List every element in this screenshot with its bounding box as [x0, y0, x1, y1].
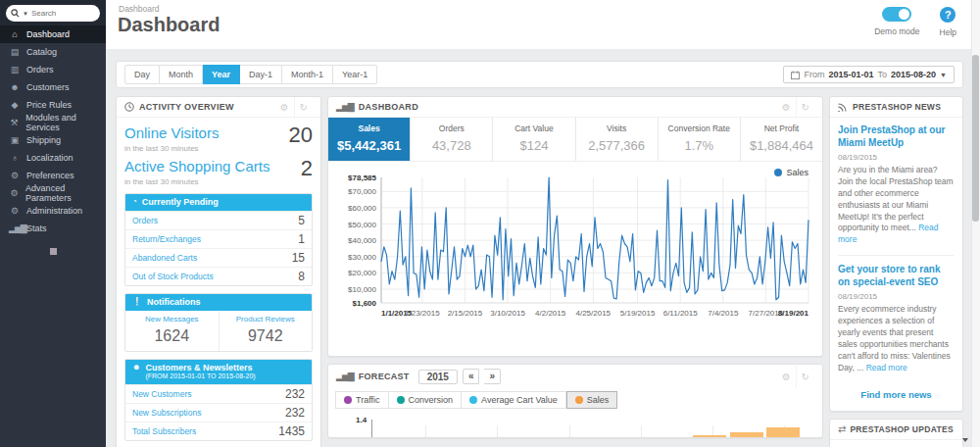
out-of-stock-value: 8 — [298, 270, 305, 283]
svg-text:$30,000: $30,000 — [348, 253, 376, 262]
legend-label: Sales — [786, 168, 808, 177]
legend-dot-icon — [774, 169, 782, 176]
new-customers-link[interactable]: New Customers — [132, 389, 191, 399]
article-title-link[interactable]: Get your store to rank on special-event … — [838, 264, 955, 288]
forecast-bar — [766, 427, 800, 438]
scroll-down-arrow-icon[interactable] — [962, 438, 968, 442]
sidebar-item-preferences[interactable]: ⚙Preferences — [0, 167, 106, 184]
active-carts-link[interactable]: Active Shopping Carts — [124, 158, 270, 174]
new-messages-cell[interactable]: New Messages 1624 — [125, 311, 219, 351]
new-messages-value: 1624 — [125, 327, 219, 345]
svg-text:$40,000: $40,000 — [348, 236, 376, 245]
sidebar-item-label: Preferences — [26, 171, 74, 180]
sidebar-item-dashboard[interactable]: ⌂Dashboard — [0, 25, 106, 43]
range-button-year-1[interactable]: Year-1 — [333, 65, 377, 84]
product-reviews-cell[interactable]: Product Reviews 9742 — [219, 311, 313, 351]
range-button-year[interactable]: Year — [203, 65, 240, 84]
help-icon[interactable]: ? — [940, 7, 956, 23]
sidebar-item-localization[interactable]: ♁Localization — [0, 149, 106, 167]
range-button-month-1[interactable]: Month-1 — [282, 65, 333, 84]
sidebar-item-shipping[interactable]: ▣Shipping — [0, 131, 106, 149]
person-icon: ☻ — [132, 363, 140, 372]
forecast-legend-sales[interactable]: Sales — [566, 391, 618, 409]
scrollbar-thumb[interactable] — [972, 55, 979, 222]
forecast-next-button[interactable]: » — [484, 369, 501, 384]
article-title-link[interactable]: Join PrestaShop at our Miami MeetUp — [838, 124, 955, 149]
forecast-prev-button[interactable]: « — [463, 369, 480, 384]
out-of-stock-link[interactable]: Out of Stock Products — [132, 272, 214, 281]
settings-gear-icon[interactable]: ⚙ — [777, 97, 796, 118]
kpi-value: 43,728 — [411, 138, 492, 153]
sidebar-item-administration[interactable]: ⚙Administration — [0, 202, 106, 220]
range-button-month[interactable]: Month — [160, 65, 203, 84]
kpi-row: Sales $5,442,361 Orders 43,728 Cart Valu… — [328, 118, 822, 162]
online-visitors-sub: in the last 30 minutes — [124, 144, 313, 153]
kpi-conversion-rate[interactable]: Conversion Rate 1.7% — [659, 118, 741, 161]
sidebar-item-modules[interactable]: ⚒Modules and Services — [0, 114, 106, 131]
read-more-link[interactable]: Read more — [866, 363, 907, 372]
kpi-visits[interactable]: Visits 2,577,366 — [576, 118, 659, 161]
forecast-y-tick: 1.4 — [356, 416, 367, 424]
bar-chart-icon: ▂▅▇ — [9, 224, 20, 233]
kpi-sales[interactable]: Sales $5,442,361 — [328, 118, 411, 161]
sidebar-item-orders[interactable]: ▥Orders — [0, 61, 106, 78]
new-subscriptions-link[interactable]: New Subscriptions — [132, 408, 201, 418]
kpi-orders[interactable]: Orders 43,728 — [411, 118, 493, 161]
page-scrollbar[interactable] — [971, 0, 980, 447]
search-box[interactable]: ▼ — [6, 5, 100, 22]
refresh-icon[interactable]: ↻ — [796, 367, 814, 387]
refresh-icon[interactable]: ↻ — [796, 97, 814, 118]
bar-chart-icon: ▂▅▇ — [336, 372, 354, 381]
sidebar-item-label: Price Rules — [26, 100, 72, 110]
forecast-year-button[interactable]: 2015 — [418, 370, 458, 384]
new-messages-label: New Messages — [125, 315, 219, 323]
refresh-icon[interactable]: ↻ — [294, 97, 313, 118]
legend-label: Sales — [587, 395, 610, 405]
pending-row-out-of-stock: Out of Stock Products 8 — [125, 267, 312, 285]
kpi-cart-value[interactable]: Cart Value $124 — [493, 118, 575, 161]
cogs-icon: ⚙ — [9, 188, 19, 198]
sidebar-item-advanced-parameters[interactable]: ⚙Advanced Parameters — [0, 184, 106, 202]
legend-dot-icon — [469, 396, 477, 404]
kpi-label: Cart Value — [493, 124, 574, 133]
panel-title: DASHBOARD — [359, 102, 418, 112]
forecast-legend-conversion[interactable]: Conversion — [389, 391, 463, 409]
sidebar-item-catalog[interactable]: ▤Catalog — [0, 43, 106, 61]
range-button-day-1[interactable]: Day-1 — [240, 65, 282, 84]
pending-returns-link[interactable]: Return/Exchanges — [132, 234, 201, 244]
chart-legend[interactable]: Sales — [774, 168, 808, 177]
settings-gear-icon[interactable]: ⚙ — [275, 97, 294, 118]
sidebar-item-stats[interactable]: ▂▅▇Stats — [0, 220, 106, 237]
clock-icon — [124, 102, 134, 112]
wrench-icon: ⚙ — [9, 171, 20, 180]
find-more-news-link[interactable]: Find more news — [838, 383, 955, 404]
sidebar-item-price-rules[interactable]: ◆Price Rules — [0, 96, 106, 114]
online-visitors-link[interactable]: Online Visitors — [124, 124, 219, 141]
date-range-picker[interactable]: From 2015-01-01 To 2015-08-20 ▼ — [783, 66, 955, 83]
forecast-legend-average-cart-value[interactable]: Average Cart Value — [462, 391, 566, 409]
forecast-gridline — [497, 425, 498, 438]
total-subscribers-link[interactable]: Total Subscribers — [132, 426, 196, 436]
article-body: Are you in the Miami area? Join the loca… — [838, 165, 955, 246]
calendar-icon — [791, 71, 800, 79]
breadcrumb[interactable]: Dashboard — [119, 4, 160, 14]
sidebar-item-customers[interactable]: ☻Customers — [0, 78, 106, 96]
search-scope-caret-icon[interactable]: ▼ — [23, 11, 28, 17]
search-input[interactable] — [31, 9, 95, 18]
kpi-net-profit[interactable]: Net Profit $1,884,464 — [741, 118, 822, 161]
forecast-legend-traffic[interactable]: Traffic — [335, 391, 389, 409]
range-button-day[interactable]: Day — [124, 65, 160, 84]
online-visitors-value: 20 — [289, 124, 313, 146]
news-body: Join PrestaShop at our Miami MeetUp 08/1… — [830, 118, 962, 411]
pending-orders-link[interactable]: Orders — [132, 216, 158, 225]
abandoned-carts-link[interactable]: Abandoned Carts — [132, 253, 197, 263]
svg-text:1/23/2015: 1/23/2015 — [405, 309, 440, 318]
svg-text:$60,000: $60,000 — [348, 204, 376, 213]
pending-row-orders: Orders 5 — [125, 211, 312, 229]
settings-gear-icon[interactable]: ⚙ — [777, 367, 796, 387]
svg-text:$20,000: $20,000 — [348, 269, 376, 277]
sidebar-marker — [50, 248, 57, 255]
demo-mode-toggle[interactable] — [882, 7, 911, 22]
bar-chart-icon: ▂▅▇ — [336, 102, 354, 112]
updates-panel-header: ⇄ PRESTASHOP UPDATES — [830, 420, 962, 440]
